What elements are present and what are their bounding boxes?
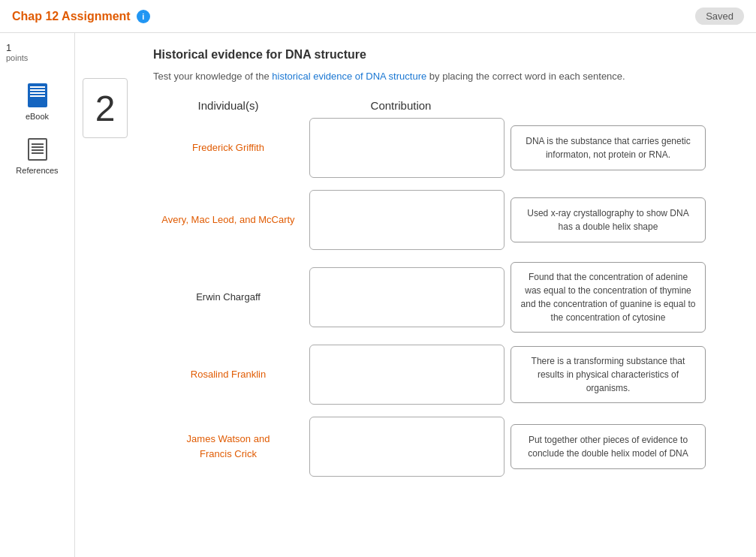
saved-badge: Saved [695,8,744,25]
table-row: Erwin ChargaffFound that the concentrati… [153,262,738,333]
points-area: 1 points [6,42,68,62]
references-icon [28,138,47,161]
main-container: 1 points eBook References 2 Historical e… [0,33,756,557]
individual-cell-2: Erwin Chargaff [153,290,303,305]
question-number: 2 [83,78,128,138]
ebook-icon [28,83,47,107]
individual-cell-0: Frederick Griffith [153,140,303,155]
individual-cell-4: James Watson and Francis Crick [153,432,303,461]
desc-prefix: Test your knowledge of the [153,71,272,82]
drop-box-4[interactable] [309,417,505,477]
header-left: Chap 12 Assignment i [12,10,150,23]
table-header: Individual(s) Contribution [153,99,738,112]
drop-box-0[interactable] [309,118,505,178]
ebook-icon-wrapper [26,82,50,109]
contribution-box-3: There is a transforming substance that r… [511,346,706,403]
sidebar: 1 points eBook References [0,33,75,557]
desc-suffix: by placing the correct word in each sent… [426,71,625,82]
sidebar-item-ebook[interactable]: eBook [6,77,68,125]
contribution-box-4: Put together other pieces of evidence to… [511,424,706,469]
ebook-label: eBook [26,112,49,121]
points-number: 1 [6,42,68,53]
table-rows-container: Frederick GriffithDNA is the substance t… [153,118,738,477]
table-row: Avery, Mac Leod, and McCartyUsed x-ray c… [153,190,738,250]
drop-box-2[interactable] [309,267,505,327]
individual-cell-1: Avery, Mac Leod, and McCarty [153,212,303,227]
sidebar-item-references[interactable]: References [6,131,68,179]
info-icon[interactable]: i [137,10,150,23]
header-title: Chap 12 Assignment [12,10,131,23]
question-desc: Test your knowledge of the historical ev… [153,69,738,84]
drop-box-1[interactable] [309,190,505,250]
col-contribution-options-header [498,99,694,112]
references-label: References [16,166,58,175]
table-row: James Watson and Francis CrickPut togeth… [153,417,738,477]
content-area: Historical evidence for DNA structure Te… [135,33,756,557]
drop-box-3[interactable] [309,345,505,405]
match-table: Individual(s) Contribution Frederick Gri… [153,99,738,477]
header: Chap 12 Assignment i Saved [0,0,756,33]
table-row: Rosalind FranklinThere is a transforming… [153,345,738,405]
contribution-box-2: Found that the concentration of adenine … [511,262,706,333]
contribution-box-1: Used x-ray crystallography to show DNA h… [511,197,706,242]
individual-cell-3: Rosalind Franklin [153,367,303,382]
col-individuals-header: Individual(s) [153,99,303,112]
question-number-area: 2 [75,33,135,557]
desc-highlight: historical evidence of DNA structure [272,71,426,82]
ref-icon-wrapper [26,136,50,163]
table-row: Frederick GriffithDNA is the substance t… [153,118,738,178]
col-contribution-header: Contribution [303,99,498,112]
points-label: points [6,53,68,62]
question-title: Historical evidence for DNA structure [153,48,738,62]
contribution-box-0: DNA is the substance that carries geneti… [511,125,706,170]
